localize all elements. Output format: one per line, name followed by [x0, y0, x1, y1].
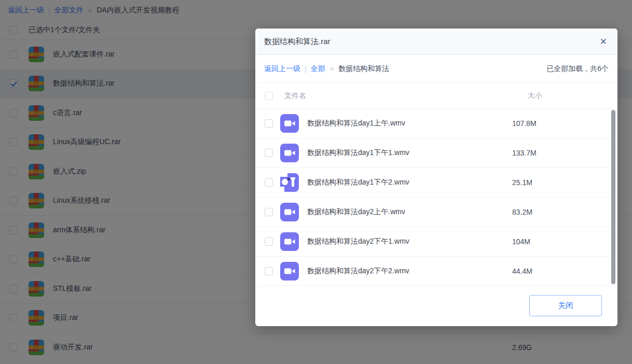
dialog-file-row[interactable]: 数据结构和算法day2上午.wmv83.2M: [255, 198, 617, 227]
dialog-back-link[interactable]: 返回上一级: [264, 64, 300, 74]
load-status-label: 已全部加载，共6个: [546, 64, 609, 74]
dialog-file-name[interactable]: 数据结构和算法day2上午.wmv: [307, 207, 512, 217]
dialog-breadcrumb-arrow-icon: >: [330, 65, 334, 73]
video-file-icon: [280, 144, 299, 162]
dialog-file-size: 133.7M: [512, 149, 608, 157]
dialog-breadcrumb: 返回上一级 | 全部 > 数据结构和算法 已全部加载，共6个: [255, 55, 617, 83]
dialog-file-name[interactable]: 数据结构和算法day2下午2.wmv: [307, 267, 512, 276]
dialog-file-checkbox[interactable]: [265, 237, 273, 246]
video-file-icon: [280, 262, 299, 281]
dialog-file-checkbox[interactable]: [265, 178, 273, 187]
dialog-header: 数据结构和算法.rar ✕: [255, 29, 617, 55]
dialog-breadcrumb-separator: |: [305, 65, 307, 73]
dialog-file-row[interactable]: 数据结构和算法day1上午.wmv107.8M: [255, 109, 617, 138]
close-icon[interactable]: ✕: [600, 37, 607, 46]
dialog-file-row[interactable]: 数据结构和算法day2下午2.wmv44.4M: [255, 257, 617, 286]
dialog-file-checkbox[interactable]: [265, 149, 273, 157]
dialog-select-all-checkbox[interactable]: [265, 92, 273, 100]
dialog-file-name[interactable]: 数据结构和算法day2下午1.wmv: [307, 237, 512, 246]
dialog-file-name[interactable]: 数据结构和算法day1上午.wmv: [307, 119, 512, 128]
dialog-file-size: 107.8M: [512, 119, 608, 128]
dialog-file-checkbox[interactable]: [265, 267, 273, 275]
dialog-all-link[interactable]: 全部: [311, 64, 325, 74]
dialog-file-row[interactable]: 数据结构和算法day1下午2.wmv25.1M: [255, 168, 617, 198]
filename-column-header: 文件名: [284, 91, 512, 101]
dialog-file-name[interactable]: 数据结构和算法day1下午1.wmv: [307, 148, 512, 158]
dialog-file-size: 83.2M: [512, 208, 608, 216]
close-button[interactable]: 关闭: [529, 295, 602, 316]
archive-preview-dialog: 数据结构和算法.rar ✕ 返回上一级 | 全部 > 数据结构和算法 已全部加载…: [255, 29, 617, 326]
dialog-file-checkbox[interactable]: [265, 119, 273, 128]
dialog-file-size: 104M: [512, 237, 608, 246]
video-file-icon: [280, 114, 299, 133]
dialog-table-header: 文件名 大小: [255, 83, 617, 109]
dialog-file-row[interactable]: 数据结构和算法day2下午1.wmv104M: [255, 227, 617, 257]
dialog-title: 数据结构和算法.rar: [264, 37, 600, 47]
size-column-header: 大小: [512, 91, 608, 101]
dialog-file-list: 数据结构和算法day1上午.wmv107.8M 数据结构和算法day1下午1.w…: [255, 109, 617, 286]
dialog-file-checkbox[interactable]: [265, 208, 273, 216]
dialog-file-size: 25.1M: [512, 178, 608, 187]
video-file-icon-partially-rendered: [280, 173, 299, 192]
scrollbar-thumb[interactable]: [611, 110, 615, 284]
video-file-icon: [280, 203, 299, 221]
dialog-file-size: 44.4M: [512, 267, 608, 275]
dialog-file-row[interactable]: 数据结构和算法day1下午1.wmv133.7M: [255, 138, 617, 168]
video-file-icon: [280, 232, 299, 251]
dialog-file-name[interactable]: 数据结构和算法day1下午2.wmv: [307, 178, 512, 187]
dialog-current-folder-label: 数据结构和算法: [338, 64, 389, 74]
dialog-footer: 关闭: [255, 286, 617, 326]
